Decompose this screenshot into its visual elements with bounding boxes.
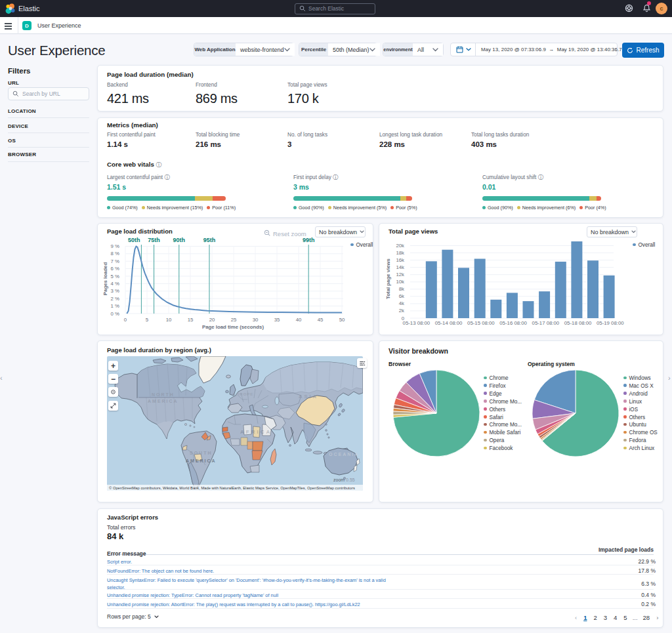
svg-text:AFRICA: AFRICA bbox=[240, 429, 272, 435]
svg-text:40: 40 bbox=[296, 317, 302, 323]
svg-text:05-18 08:00: 05-18 08:00 bbox=[564, 320, 592, 326]
svg-text:ASIA: ASIA bbox=[299, 394, 318, 399]
svg-text:5 %: 5 % bbox=[111, 274, 120, 279]
svg-text:EUROPE: EUROPE bbox=[233, 392, 253, 396]
svg-text:20k: 20k bbox=[396, 243, 404, 249]
svg-text:Total page views: Total page views bbox=[385, 258, 391, 298]
svg-text:95th: 95th bbox=[203, 237, 216, 243]
svg-text:AMERICA: AMERICA bbox=[148, 399, 178, 403]
svg-text:0 %: 0 % bbox=[111, 311, 120, 317]
svg-text:16k: 16k bbox=[396, 257, 404, 263]
svg-text:10: 10 bbox=[166, 317, 172, 323]
svg-text:05-19 08:00: 05-19 08:00 bbox=[597, 320, 624, 326]
svg-text:20: 20 bbox=[209, 317, 215, 323]
svg-text:15: 15 bbox=[188, 317, 194, 323]
svg-text:5: 5 bbox=[146, 317, 149, 323]
svg-text:4k: 4k bbox=[399, 300, 404, 306]
svg-text:AMERICA: AMERICA bbox=[186, 459, 217, 463]
svg-text:Page load time (seconds): Page load time (seconds) bbox=[202, 324, 264, 330]
svg-text:05-15 08:00: 05-15 08:00 bbox=[467, 320, 495, 326]
svg-text:05-14 08:00: 05-14 08:00 bbox=[435, 320, 463, 326]
svg-text:© OpenStreetMap contributors,: © OpenStreetMap contributors, Wikidata, … bbox=[109, 486, 355, 490]
svg-text:35: 35 bbox=[274, 317, 280, 323]
svg-text:4 %: 4 % bbox=[111, 281, 120, 287]
svg-text:18k: 18k bbox=[396, 250, 404, 256]
svg-text:05-17 08:00: 05-17 08:00 bbox=[532, 320, 560, 326]
svg-text:8 %: 8 % bbox=[111, 251, 120, 256]
svg-text:2k: 2k bbox=[399, 308, 404, 314]
svg-text:SOUTH: SOUTH bbox=[190, 451, 213, 455]
svg-text:12k: 12k bbox=[396, 272, 404, 277]
svg-text:8k: 8k bbox=[399, 286, 404, 292]
svg-text:05-16 08:00: 05-16 08:00 bbox=[499, 320, 527, 326]
svg-text:30: 30 bbox=[253, 317, 259, 323]
svg-text:99th: 99th bbox=[303, 237, 315, 243]
svg-text:zoom 0.55: zoom 0.55 bbox=[333, 478, 355, 482]
svg-text:0: 0 bbox=[124, 317, 127, 323]
svg-text:OCEANIA: OCEANIA bbox=[329, 452, 359, 457]
svg-text:50: 50 bbox=[339, 317, 345, 323]
svg-text:45: 45 bbox=[318, 317, 324, 323]
svg-text:6 %: 6 % bbox=[111, 266, 120, 272]
svg-text:50th: 50th bbox=[128, 237, 140, 243]
svg-text:2 %: 2 % bbox=[111, 296, 120, 302]
svg-text:9 %: 9 % bbox=[111, 243, 120, 249]
svg-text:14k: 14k bbox=[396, 264, 404, 270]
svg-text:75th: 75th bbox=[148, 237, 160, 243]
svg-text:10k: 10k bbox=[396, 279, 404, 285]
svg-text:6k: 6k bbox=[399, 293, 404, 299]
svg-text:90th: 90th bbox=[173, 237, 186, 243]
svg-text:25: 25 bbox=[231, 317, 237, 323]
svg-text:Pages loaded: Pages loaded bbox=[102, 262, 108, 296]
svg-text:05-13 08:00: 05-13 08:00 bbox=[403, 320, 430, 326]
svg-text:7 %: 7 % bbox=[111, 258, 120, 264]
svg-text:3 %: 3 % bbox=[111, 288, 120, 294]
svg-text:1 %: 1 % bbox=[111, 303, 120, 309]
svg-text:NORTH: NORTH bbox=[152, 392, 175, 397]
